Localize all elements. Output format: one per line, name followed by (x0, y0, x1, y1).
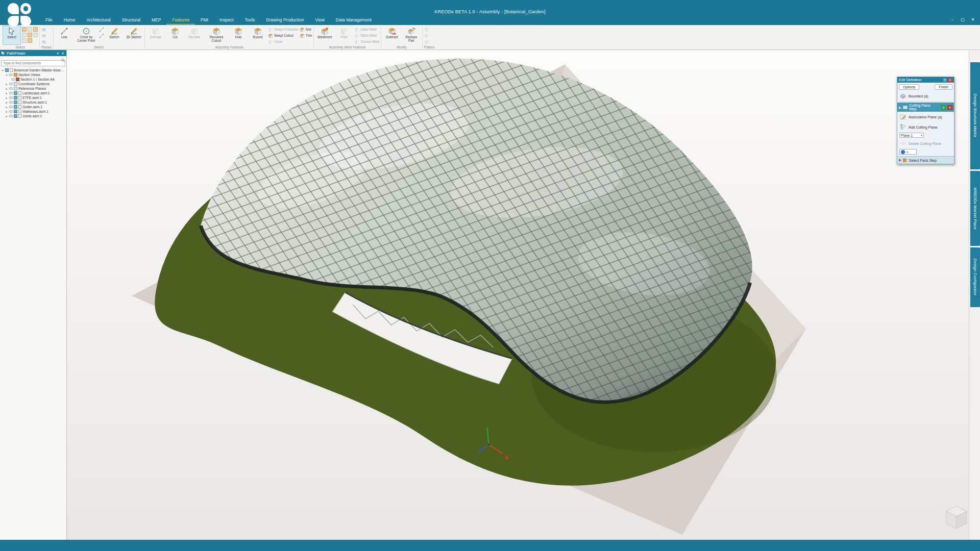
visibility-eye-icon[interactable] (9, 115, 13, 117)
visibility-eye-icon[interactable] (9, 106, 13, 108)
circle-by-center-point-button[interactable]: Circle by Center Point (75, 26, 98, 45)
help-icon[interactable]: ? (943, 78, 947, 82)
visibility-eye-icon[interactable] (9, 101, 13, 104)
expander-icon[interactable]: ▸ (5, 114, 8, 118)
visibility-eye-icon[interactable] (9, 96, 13, 99)
expander-icon[interactable]: ▸ (5, 87, 8, 90)
minimize-button[interactable]: – (948, 15, 957, 23)
pattern-tool-button[interactable] (424, 27, 429, 32)
pin-icon[interactable]: ▾ (57, 52, 60, 55)
visibility-eye-icon[interactable] (9, 73, 13, 76)
menu-item-data-management[interactable]: Data Management (330, 16, 377, 24)
tree-item-landscape[interactable]: ▸ Landscape.asm:1 (1, 91, 66, 95)
plane-select[interactable]: Plane 1 ▾ (899, 133, 924, 138)
menu-item-mep[interactable]: MEP (146, 16, 166, 24)
3d-viewport[interactable] (67, 50, 969, 540)
bounded-row[interactable]: Bounded (a) (897, 91, 954, 101)
tree-item-walkways[interactable]: ▸ Walkways.asm:1 (1, 109, 66, 114)
round-button[interactable]: Round (249, 26, 267, 45)
swept-cutout-button[interactable]: Swept Cutout (268, 33, 299, 38)
fillet-button[interactable]: Fillet (335, 26, 353, 45)
arc-tool-button[interactable] (99, 27, 104, 32)
accept-icon[interactable]: ✓ (941, 105, 946, 110)
view-cube-icon[interactable] (946, 506, 967, 529)
tree-item-gutter[interactable]: ▸ Gutter.asm:1 (1, 105, 66, 109)
plane-tool-button[interactable] (41, 27, 46, 32)
tree-item-etfe[interactable]: ▸ ETFE.asm:1 (1, 95, 66, 100)
options-button[interactable]: Options (899, 84, 919, 90)
spline-tool-button[interactable] (99, 33, 104, 38)
revolved-cutout-button[interactable]: Revolved Cutout (205, 26, 228, 45)
subtract-button[interactable]: Subtract (383, 26, 401, 45)
line-button[interactable]: Line (55, 26, 74, 45)
close-icon[interactable]: ✕ (61, 52, 65, 55)
expander-icon[interactable]: ▸ (5, 96, 8, 99)
select-parts-step-header[interactable]: Select Parts Step (897, 156, 954, 164)
close-button[interactable]: ✕ (969, 15, 977, 23)
groove-weld-button[interactable]: Groove Weld (354, 39, 379, 44)
associative-plane-row[interactable]: Associative Plane (a) (897, 112, 954, 122)
close-icon[interactable]: ✕ (948, 78, 952, 82)
expander-icon[interactable]: ▸ (5, 110, 8, 113)
select-option-icon[interactable] (22, 38, 27, 43)
expander-icon[interactable]: ▾ (5, 73, 8, 77)
replace-part-button[interactable]: Replace Part (402, 26, 421, 45)
visibility-eye-icon[interactable] (9, 92, 13, 94)
select-option-icon[interactable] (28, 38, 32, 43)
select-button[interactable]: Select (3, 26, 21, 45)
tree-item-coordinate-systems[interactable]: ▸ Coordinate Systems (1, 82, 66, 86)
sketch-button[interactable]: Sketch (105, 26, 124, 45)
weldment-button[interactable]: Weldment (315, 26, 334, 45)
tree-item-structure[interactable]: ▸ Structure.asm:1 (1, 100, 66, 105)
expander-icon[interactable]: ▸ (5, 105, 8, 109)
expander-icon[interactable]: ▸ (5, 82, 8, 86)
menu-item-structural[interactable]: Structural (116, 16, 146, 24)
menu-item-architectural[interactable]: Architectural (81, 16, 116, 24)
tree-item-root[interactable]: ▾ Botanical Garden Master Assembly (1, 68, 66, 72)
maximize-button[interactable]: ▢ (959, 15, 967, 23)
expander-icon[interactable]: ▸ (5, 101, 8, 104)
cutting-plane-step-header[interactable]: Cutting Plane Step ✓ ✕ (897, 103, 954, 112)
revolve-button[interactable]: Revolve (185, 26, 204, 45)
menu-item-inspect[interactable]: Inspect (214, 16, 239, 24)
menu-item-tools[interactable]: Tools (239, 16, 261, 24)
menu-item-pmi[interactable]: PMI (195, 16, 214, 24)
extrude-button[interactable]: Extrude (146, 26, 165, 45)
tab-kreodx-market-place[interactable]: KREODx Market Place (970, 171, 980, 246)
visibility-eye-icon[interactable] (11, 78, 15, 81)
menu-item-view[interactable]: View (310, 16, 330, 24)
tree-item-section[interactable]: Section 1 | Section AA (1, 77, 66, 82)
search-input[interactable] (1, 60, 65, 66)
hole-button[interactable]: Hole (229, 26, 248, 45)
label-weld-button[interactable]: Label Weld (354, 27, 379, 32)
color-dropdown[interactable]: ▾ (899, 149, 917, 155)
union-button[interactable]: Union (268, 39, 299, 44)
tab-design-structure-matrix[interactable]: Design Structure Matrix (970, 62, 980, 169)
visibility-eye-icon[interactable] (9, 110, 13, 113)
tree-item-reference-planes[interactable]: ▸ Reference Planes (1, 86, 66, 91)
expander-icon[interactable]: ▾ (1, 68, 4, 72)
menu-item-features[interactable]: Features (166, 16, 195, 24)
select-option-icon[interactable] (22, 33, 27, 37)
finish-button[interactable]: Finish (935, 84, 952, 90)
sketch-3d-button[interactable]: 3D Sketch (125, 26, 143, 45)
select-option-icon[interactable] (22, 27, 27, 32)
pattern-tool-button[interactable] (424, 39, 429, 44)
plane-tool-button[interactable] (41, 33, 46, 38)
select-option-icon[interactable] (33, 33, 38, 37)
tree-item-section-views[interactable]: ▾ Section Views (1, 72, 66, 77)
tab-design-configurator[interactable]: Design Configurator (970, 247, 980, 307)
menu-item-file[interactable]: File (40, 16, 58, 24)
add-cutting-plane-row[interactable]: Add Cutting Plane (897, 122, 954, 132)
slot-button[interactable]: Slot (300, 27, 312, 32)
expander-icon[interactable]: ▸ (5, 91, 8, 95)
delete-cutting-plane-row[interactable]: Delete Cutting Plane (897, 138, 954, 148)
stitch-weld-button[interactable]: Stitch Weld (354, 33, 379, 38)
select-option-icon[interactable] (28, 27, 32, 32)
menu-item-home[interactable]: Home (58, 16, 81, 24)
plane-tool-button[interactable] (41, 39, 46, 44)
tree-item-joints[interactable]: ▸ Joints.asm:1 (1, 114, 66, 118)
trim-button[interactable]: Trim (300, 33, 312, 38)
visibility-eye-icon[interactable] (9, 83, 13, 85)
menu-item-drawing-production[interactable]: Drawing Production (260, 16, 309, 24)
